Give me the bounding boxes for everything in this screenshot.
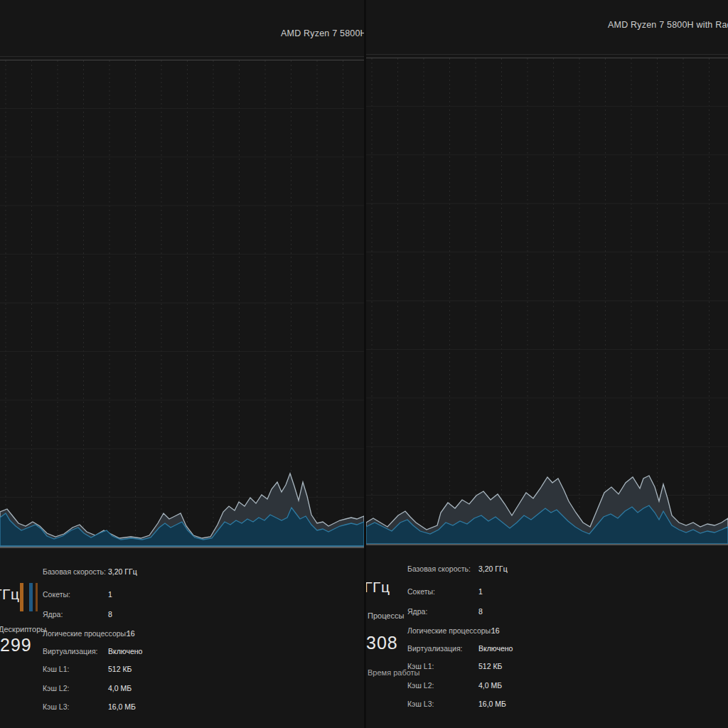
stat-row-sockets: Сокеты:1: [407, 587, 435, 596]
processes-count: 308: [366, 633, 398, 653]
stat-value: 1: [478, 587, 483, 596]
stat-value: Включено: [478, 644, 513, 653]
cpu-speed-value: 3,20 ГГц: [0, 586, 19, 603]
chart-top-border-ghost: [366, 54, 728, 55]
stat-row-virtualization: Виртуализация:Включено: [43, 647, 98, 655]
stat-value: 16: [491, 626, 500, 635]
stat-label: Виртуализация:: [407, 644, 463, 653]
stat-label: Ядра:: [43, 610, 63, 619]
stat-label: Кэш L1:: [407, 662, 434, 670]
stat-label: Сокеты:: [43, 590, 70, 599]
cpu-pane-left: AMD Ryzen 7 5800H with Radeon Graphics 3…: [0, 0, 364, 728]
cpu-utilization-chart[interactable]: [366, 58, 728, 545]
chart-top-border-ghost: [0, 56, 364, 57]
chart-bottom-border: [0, 547, 364, 548]
stat-value: 8: [478, 607, 483, 616]
stat-label: Базовая скорость:: [43, 567, 106, 576]
stat-value: 1: [108, 590, 112, 599]
stat-label: Кэш L2:: [407, 681, 434, 690]
stat-row-l2-cache: Кэш L2:4,0 МБ: [43, 684, 69, 692]
stat-value: Включено: [108, 647, 142, 655]
stat-value: 8: [108, 610, 112, 619]
stat-row-l2-cache: Кэш L2:4,0 МБ: [407, 681, 434, 690]
stat-row-sockets: Сокеты:1: [43, 590, 70, 599]
stat-label: Ядра:: [407, 607, 427, 616]
cpu-speed-value: 3,20 ГГц: [366, 579, 390, 596]
stat-value: 3,20 ГГц: [108, 567, 137, 576]
stat-value: 3,20 ГГц: [478, 564, 508, 573]
stat-row-base-speed: Базовая скорость:3,20 ГГц: [43, 567, 106, 576]
stat-row-l3-cache: Кэш L3:16,0 МБ: [407, 700, 434, 708]
stat-label: Кэш L2:: [43, 684, 69, 692]
stat-label: Кэш L1:: [43, 665, 69, 673]
stat-row-virtualization: Виртуализация:Включено: [407, 644, 463, 653]
stat-label: Логические процессоры:: [43, 629, 128, 638]
stat-row-base-speed: Базовая скорость:3,20 ГГц: [407, 564, 471, 573]
stat-value: 16,0 МБ: [108, 702, 136, 711]
stat-value: 16,0 МБ: [478, 700, 506, 708]
chart-bottom-border: [366, 544, 728, 545]
stat-value: 16: [127, 629, 135, 638]
handles-count: 299: [0, 635, 32, 655]
stat-label: Логические процессоры:: [407, 626, 493, 635]
processes-label: Процессы: [368, 611, 404, 620]
stat-row-cores: Ядра:8: [407, 607, 427, 616]
cpu-pane-right: AMD Ryzen 7 5800H with Radeon Graphics 3…: [366, 0, 728, 728]
task-manager-screen: AMD Ryzen 7 5800H with Radeon Graphics 3…: [0, 0, 728, 728]
stat-row-cores: Ядра:8: [43, 610, 63, 619]
stat-row-l1-cache: Кэш L1:512 КБ: [407, 662, 434, 670]
stat-label: Базовая скорость:: [407, 564, 471, 573]
cpu-name-title: AMD Ryzen 7 5800H with Radeon Graphics: [281, 28, 364, 38]
stat-value: 512 КБ: [108, 665, 132, 673]
stat-label: Виртуализация:: [43, 647, 98, 655]
stat-value: 4,0 МБ: [478, 681, 502, 690]
handles-label: Дескрипторы: [0, 625, 46, 633]
stat-value: 4,0 МБ: [108, 684, 132, 692]
stat-row-l1-cache: Кэш L1:512 КБ: [43, 665, 69, 673]
stat-row-l3-cache: Кэш L3:16,0 МБ: [43, 702, 69, 711]
stat-value: 512 КБ: [478, 662, 502, 670]
stat-row-logical-processors: Логические процессоры:16: [43, 629, 128, 638]
stat-row-logical-processors: Логические процессоры:16: [407, 626, 493, 635]
stat-label: Сокеты:: [407, 587, 435, 596]
cpu-name-title: AMD Ryzen 7 5800H with Radeon Graphics: [608, 20, 728, 30]
cpu-utilization-chart[interactable]: [0, 60, 364, 547]
stat-label: Кэш L3:: [407, 700, 434, 708]
stat-label: Кэш L3:: [43, 702, 69, 711]
